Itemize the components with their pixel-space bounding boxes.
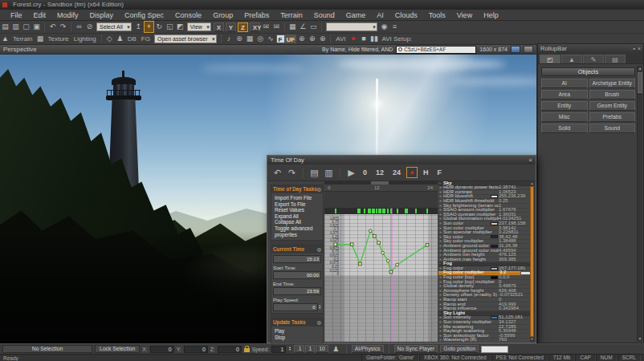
undo-icon[interactable]: ↶ bbox=[47, 22, 58, 32]
fog-multiplier-curve[interactable] bbox=[324, 208, 438, 342]
object-type-prefabs[interactable]: Prefabs bbox=[589, 112, 636, 122]
database-button[interactable]: DB bbox=[125, 35, 139, 43]
menu-item-sound[interactable]: Sound bbox=[308, 10, 340, 21]
menu-item-game[interactable]: Game bbox=[340, 10, 372, 21]
viewport-label[interactable]: Perspective bbox=[3, 46, 37, 53]
pause-avi-icon[interactable]: ▮▮ bbox=[369, 34, 379, 44]
undo-icon[interactable]: ↶ bbox=[271, 165, 283, 180]
color-swatch[interactable] bbox=[491, 235, 498, 238]
avi-setup-button[interactable]: AVI Setup: bbox=[379, 35, 414, 43]
axis-xy-button[interactable]: XY bbox=[250, 22, 260, 32]
color-swatch[interactable] bbox=[491, 222, 498, 225]
speed-preset-1[interactable]: 1 bbox=[305, 345, 315, 353]
close-icon[interactable]: × bbox=[528, 156, 532, 164]
current-time-header[interactable]: Current Time ◎ bbox=[271, 245, 323, 254]
color-swatch[interactable] bbox=[491, 245, 498, 248]
object-type-archetype-entity[interactable]: Archetype Entity bbox=[589, 79, 636, 88]
color-swatch[interactable] bbox=[491, 316, 498, 319]
y-coordinate-field[interactable]: 0 bbox=[184, 346, 208, 353]
move-tool-icon[interactable]: + bbox=[144, 21, 154, 33]
rotate-tool-icon[interactable]: ↻ bbox=[154, 22, 165, 32]
scroll-down-icon[interactable]: ▼ bbox=[530, 337, 534, 342]
start-time-value[interactable]: 00:00 bbox=[273, 271, 321, 279]
object-type-solid[interactable]: Solid bbox=[541, 124, 588, 133]
hold-button[interactable]: H bbox=[420, 168, 432, 176]
update-tasks-header[interactable]: Update Tasks ◎ bbox=[271, 318, 323, 327]
speed-spinner[interactable]: ▲ ▼ bbox=[319, 305, 321, 310]
jump-24-button[interactable]: 24 bbox=[389, 168, 404, 176]
layers-icon[interactable]: ≡ bbox=[389, 22, 400, 32]
redo-icon[interactable]: ↷ bbox=[58, 22, 68, 32]
uv-editor-button[interactable]: UF bbox=[285, 34, 297, 43]
menu-item-file[interactable]: File bbox=[5, 10, 28, 21]
terrain-button[interactable]: Terrain bbox=[10, 35, 35, 43]
curve-keyframe[interactable] bbox=[369, 229, 372, 233]
curve-keyframe[interactable] bbox=[381, 251, 385, 254]
measure-icon[interactable]: ◇ bbox=[104, 34, 115, 44]
axis-x-button[interactable]: X bbox=[214, 22, 224, 32]
menu-item-prefabs[interactable]: Prefabs bbox=[238, 10, 275, 21]
curve-keyframe[interactable] bbox=[386, 259, 389, 262]
current-time-value[interactable]: 15:13 bbox=[273, 255, 321, 263]
rollupbar-scrollbar[interactable]: ▲ ▼ bbox=[637, 66, 642, 342]
collapse-icon[interactable]: ◎ bbox=[317, 318, 321, 327]
stop-task[interactable]: Stop bbox=[275, 335, 321, 341]
menu-item-ai[interactable]: AI bbox=[371, 10, 389, 21]
snap-angle-icon[interactable]: ∠ bbox=[298, 22, 308, 32]
task-toggle-advanced-properties[interactable]: Toggle advanced properties bbox=[275, 225, 321, 237]
menu-item-config-spec[interactable]: Config Spec bbox=[119, 10, 169, 21]
texture-button[interactable]: Texture bbox=[45, 35, 71, 43]
task-expand-all[interactable]: Expand All bbox=[275, 213, 321, 220]
facial-editor-button[interactable]: F bbox=[276, 34, 285, 43]
selection-mask-combo[interactable]: Select All bbox=[96, 22, 132, 31]
menu-item-display[interactable]: Display bbox=[84, 10, 120, 21]
viewport-config-button[interactable] bbox=[511, 46, 520, 53]
color-swatch[interactable] bbox=[491, 276, 498, 279]
ref-coords-combo[interactable]: View bbox=[187, 22, 211, 31]
unlink-icon[interactable]: ⊘ bbox=[84, 22, 95, 32]
tab-terrain[interactable]: ▲ bbox=[561, 55, 582, 63]
task-collapse-all[interactable]: Collapse All bbox=[275, 219, 321, 225]
viewport-layout-button[interactable] bbox=[524, 46, 533, 53]
select-tool-icon[interactable]: ◩ bbox=[175, 22, 185, 32]
property-row-wavelength-r[interactable]: +Wavelength (R)760 bbox=[438, 339, 532, 342]
spin-down-icon[interactable]: ▼ bbox=[319, 307, 321, 310]
speed-field[interactable]: 1 bbox=[271, 346, 286, 353]
tod-curve-editor[interactable]: 0 12 24 1.8751.751.6251.51.3751.251.1251… bbox=[324, 181, 438, 343]
curve-keyframe[interactable] bbox=[426, 244, 429, 247]
snap-grid-icon[interactable]: ▦ bbox=[287, 22, 298, 32]
object-type-geom-entity[interactable]: Geom Entity bbox=[589, 101, 636, 111]
save-icon[interactable]: ▥ bbox=[10, 22, 21, 32]
axis-z-button[interactable]: Z bbox=[238, 22, 248, 32]
end-time-value[interactable]: 23:59 bbox=[273, 287, 321, 295]
import-icon[interactable]: ▤ bbox=[308, 165, 320, 180]
play-speed-value[interactable]: 0 bbox=[273, 303, 318, 311]
ai-physics-button[interactable]: AI/Physics bbox=[352, 345, 384, 353]
sim-icon[interactable]: ✉ bbox=[261, 22, 271, 32]
curve-keyframe[interactable] bbox=[334, 243, 337, 246]
play-icon[interactable]: ▶ bbox=[345, 165, 357, 180]
pin-icon[interactable]: ▪ bbox=[633, 44, 634, 53]
position-field[interactable] bbox=[481, 346, 508, 353]
speed-spinner[interactable]: ▲ ▼ bbox=[288, 347, 291, 351]
menu-item-console[interactable]: Console bbox=[169, 10, 207, 21]
tab-objects[interactable]: ◰ bbox=[540, 55, 560, 63]
curve-keyframe[interactable] bbox=[350, 243, 353, 246]
particles-icon[interactable]: ⊛ bbox=[234, 34, 245, 44]
rollupbar-title[interactable]: RollupBar ▪ × bbox=[538, 44, 643, 53]
grid-color-icon[interactable]: ▦ bbox=[245, 34, 255, 44]
scroll-up-icon[interactable]: ▲ bbox=[638, 66, 642, 71]
color-swatch[interactable] bbox=[491, 267, 498, 270]
tab-layers[interactable]: ▤ bbox=[605, 55, 626, 63]
target-icon[interactable]: ◎ bbox=[255, 34, 266, 44]
copy-icon[interactable]: ▣ bbox=[31, 22, 42, 32]
play-task[interactable]: Play bbox=[275, 328, 321, 335]
named-selection-combo[interactable] bbox=[326, 22, 377, 31]
goto-position-button[interactable]: Goto position bbox=[440, 345, 479, 353]
record-icon[interactable]: ● bbox=[406, 167, 418, 178]
stop-avi-icon[interactable]: ■ bbox=[358, 34, 369, 44]
gear-icon[interactable]: ⊕ bbox=[296, 34, 307, 44]
curve-keyframe[interactable] bbox=[377, 241, 381, 245]
ai-person-icon[interactable]: ♟ bbox=[115, 34, 125, 44]
color-swatch[interactable] bbox=[491, 195, 498, 198]
